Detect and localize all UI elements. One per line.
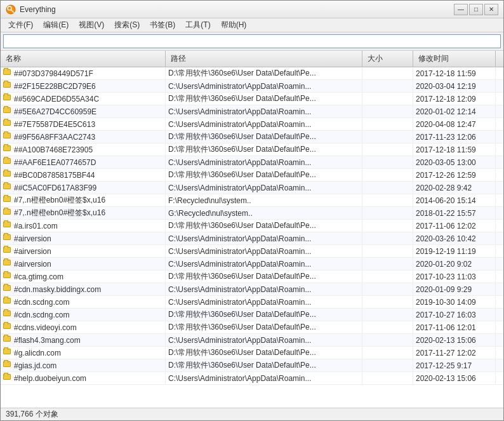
table-row[interactable]: #cdn.masky.biddingx.comC:\Users\Administ… (1, 283, 503, 296)
file-name: #g.alicdn.com (14, 349, 61, 358)
table-row[interactable]: #cdn.scdng.comC:\Users\Administrator\App… (1, 296, 503, 309)
column-path[interactable]: 路径 (166, 51, 362, 67)
table-header: 名称 路径 大小 修改时间 (1, 51, 503, 67)
folder-icon (3, 272, 12, 281)
cell-path: D:\常用软件\360se6\User Data\Default\Pe... (166, 347, 362, 359)
cell-path: C:\Users\Administrator\AppData\Roamin... (166, 372, 362, 384)
table-row[interactable]: #ca.gtimg.comD:\常用软件\360se6\User Data\De… (1, 271, 503, 283)
file-name: #airversion (14, 234, 51, 243)
table-row[interactable]: #airversionC:\Users\Administrator\AppDat… (1, 245, 503, 258)
table-row[interactable]: ##073D3798449D571FD:\常用软件\360se6\User Da… (1, 67, 503, 80)
cell-modified: 2017-12-18 11:59 (413, 144, 496, 156)
file-name: #airversion (14, 260, 51, 269)
cell-size (362, 296, 413, 308)
cell-size (362, 207, 413, 219)
column-size[interactable]: 大小 (362, 51, 413, 67)
cell-path: C:\Users\Administrator\AppData\Roamin... (166, 296, 362, 308)
table-row[interactable]: ##2F15E228BC2D79E6C:\Users\Administrator… (1, 80, 503, 93)
cell-size (362, 232, 413, 244)
cell-size (362, 144, 413, 156)
file-name: #cdns.videoyi.com (14, 323, 77, 332)
cell-path: D:\常用软件\360se6\User Data\Default\Pe... (166, 321, 362, 333)
table-row[interactable]: #cdn.scdng.comD:\常用软件\360se6\User Data\D… (1, 309, 503, 321)
table-row[interactable]: ##C5AC0FD617A83F99C:\Users\Administrator… (1, 182, 503, 194)
cell-path: D:\常用软件\360se6\User Data\Default\Pe... (166, 144, 362, 156)
cell-size (362, 105, 413, 117)
search-input[interactable] (3, 34, 501, 48)
cell-name: ##A100B7468E723905 (1, 144, 166, 156)
cell-modified: 2019-12-19 11:19 (413, 245, 496, 257)
cell-name: #cdns.videoyi.com (1, 321, 166, 333)
folder-icon (3, 69, 12, 78)
table-row[interactable]: #airversionC:\Users\Administrator\AppDat… (1, 232, 503, 245)
cell-modified: 2020-01-02 12:14 (413, 105, 496, 117)
cell-size (362, 156, 413, 168)
cell-path: C:\Users\Administrator\AppData\Roamin... (166, 245, 362, 257)
table-row[interactable]: #7,.n橙橙ebn0#橙签$x,u16G:\Recycled\nul\syst… (1, 207, 503, 220)
cell-name: #7,.n橙橙ebn0#橙签$x,u16 (1, 194, 166, 206)
cell-name: #airversion (1, 232, 166, 244)
cell-size (362, 80, 413, 92)
file-name: ##AAF6E1EA0774657D (14, 158, 96, 167)
menu-bookmarks[interactable]: 书签(B) (145, 18, 180, 32)
table-row[interactable]: ##7E75587DE4E5C613C:\Users\Administrator… (1, 118, 503, 131)
menu-file[interactable]: 文件(F) (3, 18, 38, 32)
cell-name: #a.irs01.com (1, 220, 166, 232)
cell-modified: 2020-02-13 15:06 (413, 372, 496, 384)
menu-search[interactable]: 搜索(S) (109, 18, 145, 32)
file-name: #cdn.masky.biddingx.com (14, 285, 101, 294)
cell-modified: 2017-12-26 12:59 (413, 169, 496, 181)
folder-icon (3, 95, 12, 104)
cell-path: D:\常用软件\360se6\User Data\Default\Pe... (166, 271, 362, 283)
table-row[interactable]: #cdns.videoyi.comD:\常用软件\360se6\User Dat… (1, 321, 503, 334)
menu-help[interactable]: 帮助(H) (216, 18, 252, 32)
file-name: #7,.n橙橙ebn0#橙签$x,u16 (14, 208, 105, 218)
table-row[interactable]: ##BC0D87858175BF44D:\常用软件\360se6\User Da… (1, 169, 503, 182)
file-name: #airversion (14, 247, 51, 256)
close-button[interactable]: ✕ (484, 4, 498, 15)
table-row[interactable]: ##A100B7468E723905D:\常用软件\360se6\User Da… (1, 144, 503, 156)
cell-size (362, 194, 413, 206)
folder-icon (3, 158, 12, 167)
file-name: ##BC0D87858175BF44 (14, 171, 95, 180)
table-row[interactable]: ##AAF6E1EA0774657DC:\Users\Administrator… (1, 156, 503, 169)
cell-path: C:\Users\Administrator\AppData\Roamin... (166, 80, 362, 92)
minimize-button[interactable]: — (454, 4, 468, 15)
table-row[interactable]: #7,.n橙橙ebn0#橙签$x,u16F:\Recycled\nul\syst… (1, 194, 503, 207)
folder-icon (3, 361, 12, 370)
column-modified[interactable]: 修改时间 (413, 51, 496, 67)
column-name[interactable]: 名称 (1, 51, 166, 67)
cell-size (362, 93, 413, 105)
table-row[interactable]: #a.irs01.comD:\常用软件\360se6\User Data\Def… (1, 220, 503, 232)
cell-path: D:\常用软件\360se6\User Data\Default\Pe... (166, 309, 362, 321)
menu-view[interactable]: 视图(V) (74, 18, 109, 32)
table-row[interactable]: ##569CADED6D55A34CD:\常用软件\360se6\User Da… (1, 93, 503, 105)
menu-edit[interactable]: 编辑(E) (38, 18, 74, 32)
file-name: ##A100B7468E723905 (14, 145, 93, 154)
table-row[interactable]: #airversionC:\Users\Administrator\AppDat… (1, 258, 503, 271)
cell-modified: 2017-11-27 12:02 (413, 347, 496, 359)
folder-icon (3, 311, 12, 319)
window-title: Everything (20, 5, 56, 14)
cell-name: #ca.gtimg.com (1, 271, 166, 283)
table-row[interactable]: #flash4.3mang.comC:\Users\Administrator\… (1, 334, 503, 347)
table-row[interactable]: ##9F56A8FF3AAC2743D:\常用软件\360se6\User Da… (1, 131, 503, 144)
folder-icon (3, 298, 12, 307)
cell-name: ##C5AC0FD617A83F99 (1, 182, 166, 194)
menu-tools[interactable]: 工具(T) (180, 18, 215, 32)
maximize-button[interactable]: □ (469, 4, 483, 15)
table-row[interactable]: #g.alicdn.comD:\常用软件\360se6\User Data\De… (1, 347, 503, 359)
folder-icon (3, 234, 12, 243)
file-name: ##073D3798449D571F (14, 69, 93, 78)
cell-modified: 2020-04-08 12:47 (413, 118, 496, 130)
table-row[interactable]: #gias.jd.comD:\常用软件\360se6\User Data\Def… (1, 359, 503, 372)
folder-icon (3, 120, 12, 129)
table-row[interactable]: #help.duobeiyun.comC:\Users\Administrato… (1, 372, 503, 385)
cell-name: #airversion (1, 245, 166, 257)
table-row[interactable]: ##5E6A27D4CC60959EC:\Users\Administrator… (1, 105, 503, 118)
cell-modified: 2014-06-20 15:14 (413, 194, 496, 206)
cell-size (362, 321, 413, 333)
main-window: Everything — □ ✕ 文件(F) 编辑(E) 视图(V) 搜索(S)… (0, 0, 504, 421)
cell-size (362, 220, 413, 232)
cell-name: ##2F15E228BC2D79E6 (1, 80, 166, 92)
